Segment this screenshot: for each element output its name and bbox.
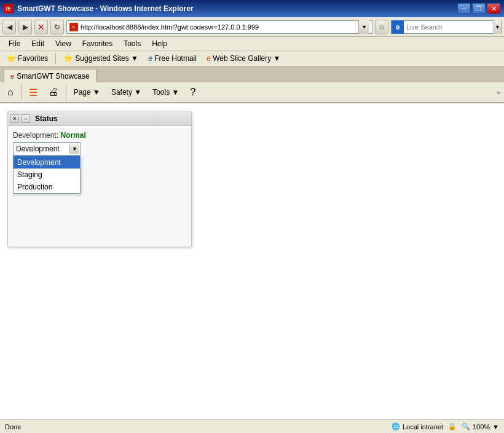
- forward-button[interactable]: ▶: [18, 20, 32, 34]
- zoom-icon: 🔍: [462, 423, 470, 431]
- back-button[interactable]: ◀: [2, 20, 16, 34]
- favorites-bar: ⭐ Favorites ⭐ Suggested Sites ▼ e Free H…: [0, 50, 504, 66]
- security-icon: 🔒: [448, 423, 457, 431]
- url-box: e http://localhost:8888/index.html?gwt.c…: [66, 20, 372, 34]
- url-text[interactable]: http://localhost:8888/index.html?gwt.cod…: [81, 23, 356, 31]
- stop-button[interactable]: ✕: [34, 20, 48, 34]
- main-content: ✕ ─ Status Development: Normal Developme…: [0, 103, 504, 419]
- hotmail-icon: e: [148, 54, 152, 63]
- widget-panel: ✕ ─ Status Development: Normal Developme…: [7, 111, 192, 247]
- toolbar-separator-2: [66, 84, 66, 100]
- print-icon: 🖨: [49, 87, 58, 98]
- url-favicon: e: [69, 23, 78, 31]
- address-bar: ◀ ▶ ✕ ↻ e http://localhost:8888/index.ht…: [0, 17, 504, 37]
- menu-view[interactable]: View: [50, 38, 76, 49]
- webslice-gallery-label: Web Slice Gallery ▼: [213, 54, 280, 63]
- feeds-icon: ☰: [29, 87, 37, 98]
- tools-menu[interactable]: Tools ▼: [149, 87, 183, 98]
- dropdown-container: Development Staging Production ▼ Develop…: [13, 142, 81, 156]
- menu-edit[interactable]: Edit: [26, 38, 49, 49]
- zoom-dropdown-icon[interactable]: ▼: [492, 423, 499, 431]
- window-title: SmartGWT Showcase - Windows Internet Exp…: [17, 4, 194, 13]
- menu-bar: File Edit View Favorites Tools Help: [0, 37, 504, 50]
- browser-icon: IE: [4, 4, 14, 14]
- toolbar-extend-button[interactable]: »: [497, 89, 500, 96]
- widget-label-value: Normal: [60, 131, 85, 140]
- zoom-section: 🔍 100% ▼: [462, 423, 499, 431]
- widget-title: Status: [35, 114, 58, 123]
- home-button[interactable]: ⌂: [4, 85, 17, 99]
- favorites-button[interactable]: ⭐ Favorites: [4, 52, 50, 64]
- search-area: e ▼: [391, 20, 502, 34]
- tab-favicon: e: [10, 73, 14, 80]
- tab-bar: e SmartGWT Showcase: [0, 66, 504, 82]
- suggested-icon: ⭐: [63, 54, 73, 63]
- hotmail-button[interactable]: e Free Hotmail: [146, 52, 199, 64]
- page-menu[interactable]: Page ▼: [70, 87, 104, 98]
- environment-select[interactable]: Development Staging Production: [13, 142, 81, 156]
- print-button[interactable]: 🖨: [45, 85, 62, 99]
- page-label: Page ▼: [74, 88, 100, 97]
- status-text: Done: [5, 423, 21, 431]
- zone-section: 🌐 Local intranet: [392, 423, 443, 431]
- help-icon: ?: [190, 87, 195, 98]
- title-bar: IE SmartGWT Showcase - Windows Internet …: [0, 0, 504, 17]
- widget-minimize-button[interactable]: ─: [22, 114, 30, 123]
- dropdown-option-development[interactable]: Development: [14, 156, 80, 169]
- safety-label: Safety ▼: [111, 88, 141, 97]
- toolbar-strip: ⌂ ☰ 🖨 Page ▼ Safety ▼ Tools ▼ ? »: [0, 82, 504, 103]
- security-section: 🔒: [448, 423, 457, 431]
- favorites-label: Favorites: [18, 54, 48, 63]
- safety-menu[interactable]: Safety ▼: [108, 87, 145, 98]
- widget-row: Development: Normal: [13, 131, 186, 140]
- search-engine-icon: e: [392, 20, 404, 34]
- status-right: 🌐 Local intranet 🔒 🔍 100% ▼: [392, 423, 499, 431]
- dropdown-option-production[interactable]: Production: [14, 181, 80, 193]
- hotmail-label: Free Hotmail: [154, 54, 197, 63]
- menu-tools[interactable]: Tools: [119, 38, 146, 49]
- fav-separator-1: [55, 53, 56, 64]
- minimize-button[interactable]: ─: [457, 3, 471, 14]
- widget-body: Development: Normal Development Staging …: [8, 126, 191, 247]
- feeds-button[interactable]: ☰: [25, 85, 41, 100]
- menu-favorites[interactable]: Favorites: [77, 38, 117, 49]
- webslice-gallery-button[interactable]: e Web Slice Gallery ▼: [204, 52, 283, 64]
- suggested-sites-button[interactable]: ⭐ Suggested Sites ▼: [61, 52, 141, 64]
- menu-help[interactable]: Help: [147, 38, 172, 49]
- star-icon: ⭐: [6, 54, 16, 63]
- browser-tab[interactable]: e SmartGWT Showcase: [4, 69, 96, 82]
- status-bar: Done 🌐 Local intranet 🔒 🔍 100% ▼: [0, 419, 504, 433]
- tab-title: SmartGWT Showcase: [17, 72, 89, 81]
- close-button[interactable]: ✕: [487, 3, 500, 14]
- title-bar-left: IE SmartGWT Showcase - Windows Internet …: [4, 4, 194, 14]
- url-dropdown-button[interactable]: ▼: [358, 20, 369, 34]
- zone-label: Local intranet: [403, 423, 443, 431]
- tools-label: Tools ▼: [152, 88, 179, 97]
- zoom-level: 100%: [473, 423, 490, 431]
- bookmark-button[interactable]: ☆: [375, 20, 388, 34]
- dropdown-list: Development Staging Production: [13, 156, 81, 194]
- toolbar-separator-1: [21, 84, 22, 100]
- window-controls: ─ ❐ ✕: [457, 3, 500, 14]
- refresh-button[interactable]: ↻: [50, 20, 64, 34]
- search-go-button[interactable]: ▼: [494, 20, 501, 34]
- help-button[interactable]: ?: [186, 85, 199, 99]
- browser-icon-text: IE: [6, 6, 12, 12]
- suggested-sites-label: Suggested Sites ▼: [75, 54, 138, 63]
- restore-button[interactable]: ❐: [472, 3, 486, 14]
- widget-header: ✕ ─ Status: [8, 111, 191, 126]
- menu-file[interactable]: File: [4, 38, 25, 49]
- home-icon: ⌂: [7, 87, 14, 98]
- dropdown-option-staging[interactable]: Staging: [14, 169, 80, 181]
- widget-label-prefix: Development:: [13, 131, 58, 140]
- webslice-icon: e: [207, 54, 211, 63]
- widget-status-label: Development: Normal: [13, 131, 86, 140]
- widget-close-button[interactable]: ✕: [10, 114, 19, 123]
- zone-icon: 🌐: [392, 423, 400, 431]
- search-input[interactable]: [404, 21, 494, 33]
